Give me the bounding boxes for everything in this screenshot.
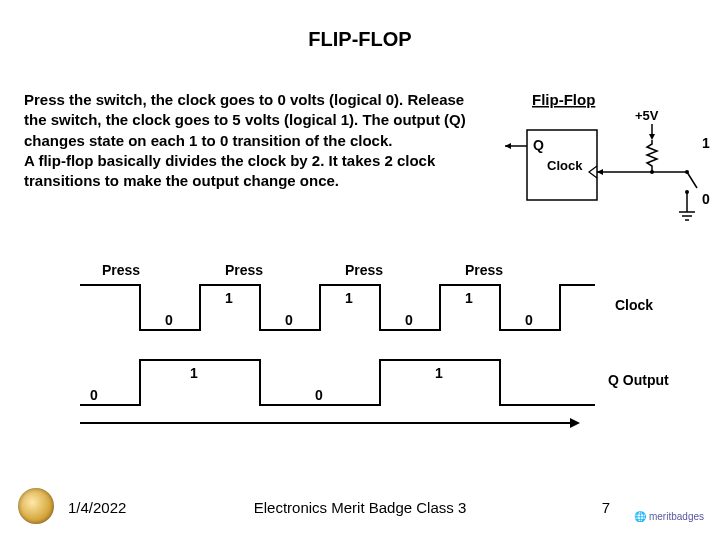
press-label: Press (225, 262, 263, 278)
svg-marker-1 (649, 134, 655, 140)
footer-right-badge: 🌐 meritbadges (634, 511, 704, 522)
press-label: Press (465, 262, 503, 278)
footer-page-number: 7 (602, 499, 610, 516)
svg-marker-15 (505, 143, 511, 149)
q-level: 0 (315, 387, 323, 403)
q-level: 1 (190, 365, 198, 381)
clock-pin-label: Clock (547, 158, 583, 173)
press-label: Press (345, 262, 383, 278)
footer-title: Electronics Merit Badge Class 3 (0, 499, 720, 516)
clock-level: 1 (465, 290, 473, 306)
q-level: 0 (90, 387, 98, 403)
svg-line-5 (687, 172, 697, 188)
q-title: Q Output (608, 372, 669, 388)
footer-right-text: meritbadges (649, 511, 704, 522)
q-pin-label: Q (533, 137, 544, 153)
supply-label: +5V (635, 108, 659, 123)
svg-marker-12 (597, 169, 603, 175)
clock-level: 0 (525, 312, 533, 328)
schematic-title: Flip-Flop (532, 91, 595, 108)
logic-high-label: 1 (702, 135, 710, 151)
body-paragraph: Press the switch, the clock goes to 0 vo… (24, 90, 474, 191)
clock-title: Clock (615, 297, 653, 313)
clock-waveform (80, 285, 595, 330)
page-title: FLIP-FLOP (0, 0, 720, 51)
q-waveform (80, 360, 595, 405)
press-label: Press (102, 262, 140, 278)
schematic-diagram: Flip-Flop +5V 1 0 Q Clock (497, 90, 712, 240)
clock-level: 1 (225, 290, 233, 306)
q-level: 1 (435, 365, 443, 381)
logic-low-label: 0 (702, 191, 710, 207)
clock-level: 0 (165, 312, 173, 328)
globe-icon: 🌐 (634, 511, 646, 522)
svg-marker-17 (570, 418, 580, 428)
clock-level: 0 (405, 312, 413, 328)
clock-level: 0 (285, 312, 293, 328)
timing-diagram: Press Press Press Press 0 1 0 1 0 1 0 Cl… (40, 255, 680, 445)
clock-level: 1 (345, 290, 353, 306)
